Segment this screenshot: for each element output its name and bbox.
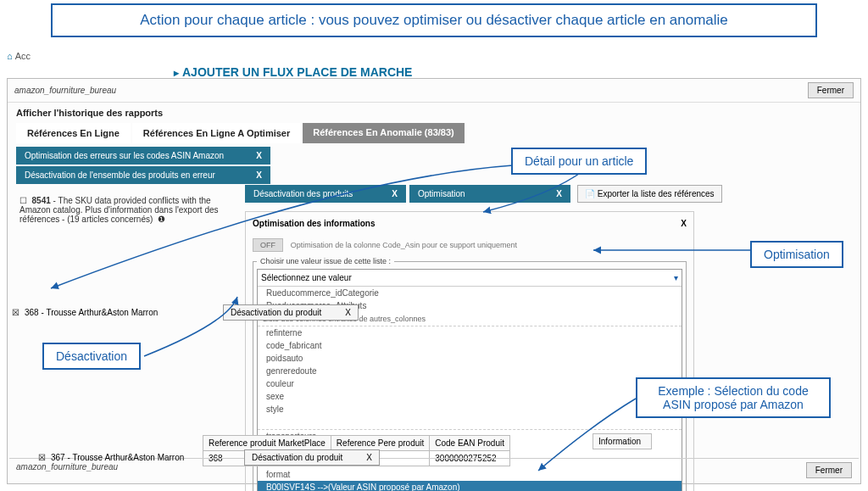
error-info-box: ☐ 8541 - The SKU data provided conflicts… [16,192,232,227]
panel-header: amazon_fourniture_bureau Fermer [8,79,860,103]
bulk-actions: Optimisation des erreurs sur les codes A… [8,143,860,187]
dropdown-selected[interactable]: Sélectionnez une valeur ▾ [258,270,682,287]
instruction-banner: Action pour chaque article : vous pouvez… [51,3,817,37]
off-description: Optimisation de la colonne Code_Asin pou… [291,241,517,249]
dropdown-item[interactable]: genreredoute [258,365,682,377]
optimize-button[interactable]: Optimisation X [409,185,570,203]
product-row-367: ☒ 367 - Trousse Arthur&Aston Marron Désa… [38,449,344,466]
tab-refs-online[interactable]: Références En Ligne [16,123,131,143]
product-label: 367 - Trousse Arthur&Aston Marron [51,453,203,462]
th-ean: Code EAN Produit [430,436,510,451]
close-x-icon: X [556,189,562,198]
close-x-icon: X [345,308,351,317]
tab-bar: Références En Ligne Références En Ligne … [8,123,860,143]
deactivate-product-button[interactable]: Désactivation du produit X [223,304,359,321]
th-ref-parent: Reference Pere produit [331,436,429,451]
checkbox-icon[interactable]: ☒ [12,308,19,317]
product-label: 368 - Trousse Arthur&Aston Marron [25,308,177,317]
callout-detail: Détail pour un article [511,148,647,175]
dropdown-item[interactable]: style [258,403,682,416]
callout-desactivation: Désactivation [42,343,141,370]
callout-example: Exemple : Sélection du code ASIN proposé… [636,377,831,418]
dropdown-item[interactable]: code_fabricant [258,339,682,352]
close-button-top[interactable]: Fermer [808,82,854,98]
th-information: Information [593,434,652,449]
history-toggle[interactable]: Afficher l'historique des rapports [8,103,860,123]
dropdown-item-selected[interactable]: B00ISVF14S -->(Valeur ASIN proposé par A… [258,481,682,491]
deactivate-all-button[interactable]: Désactivation de l'ensemble des produits… [16,166,270,184]
product-row-368: ☒ 368 - Trousse Arthur&Aston Marron Désa… [12,304,318,321]
dropdown-divider [258,416,682,430]
chevron-down-icon: ▾ [674,273,678,282]
close-opt-x[interactable]: X [681,219,687,228]
info-column: Information [593,433,652,449]
off-toggle[interactable]: OFF [253,238,283,252]
dropdown-item[interactable]: couleur [258,377,682,390]
add-flux-link[interactable]: ▸AJOUTER UN FLUX PLACE DE MARCHE [174,65,412,79]
close-button-bottom[interactable]: Fermer [806,462,852,478]
caret-icon: ▸ [174,67,179,79]
deactivate-products-button[interactable]: Désactivation des produits X [245,185,406,203]
row-actions: Désactivation des produits X Optimisatio… [245,185,852,203]
dropdown-item[interactable]: Rueducommerce_idCategorie [258,287,682,299]
close-x-icon: X [392,189,398,198]
opt-panel-title: Optimisation des informations X [253,219,687,228]
th-ref-marketplace: Reference produit MarketPlace [203,436,331,451]
close-x-icon: X [256,151,262,160]
instruction-text: Action pour chaque article : vous pouvez… [70,12,798,29]
breadcrumb-home[interactable]: ⌂Acc [7,51,31,61]
dropdown-item[interactable]: sexe [258,390,682,403]
callout-optimisation: Optimisation [750,241,843,268]
optimize-asin-button[interactable]: Optimisation des erreurs sur les codes A… [16,147,270,165]
tab-refs-optimize[interactable]: Références En Ligne A Optimiser [132,123,301,143]
close-x-icon: X [366,453,372,462]
fieldset-legend: Choisir une valeur issue de cette liste … [257,257,394,265]
tab-refs-anomaly[interactable]: Références En Anomalie (83/83) [303,123,465,143]
panel-path: amazon_fourniture_bureau [14,86,116,95]
checkbox-icon[interactable]: ☒ [38,453,46,462]
main-panel: amazon_fourniture_bureau Fermer Afficher… [7,78,861,484]
home-icon: ⌂ [7,51,13,61]
export-button[interactable]: 📄 Exporter la liste des références [577,185,722,203]
close-x-icon: X [256,170,262,180]
dropdown-item[interactable]: refinterne [258,326,682,339]
deactivate-product-button[interactable]: Désactivation du produit X [244,449,380,466]
dropdown-item[interactable]: poidsauto [258,352,682,365]
